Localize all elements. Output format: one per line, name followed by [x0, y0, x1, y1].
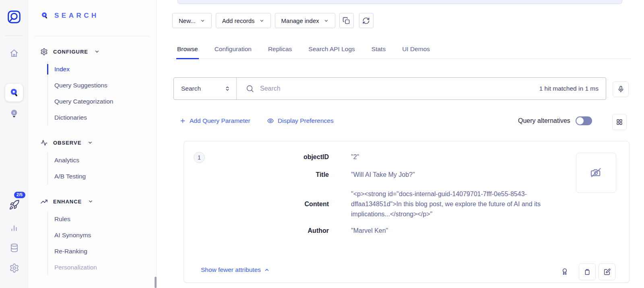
manage-index-label: Manage index [281, 17, 319, 24]
main-panel: New... Add records Manage index [157, 0, 644, 288]
section-configure-header[interactable]: CONFIGURE [40, 47, 156, 56]
section-label: CONFIGURE [53, 49, 88, 55]
show-fewer-attributes-link[interactable]: Show fewer attributes [201, 266, 270, 273]
section-configure: CONFIGURE Index Query Suggestions Query … [40, 47, 156, 126]
activity-icon [40, 139, 48, 147]
grid-icon [616, 118, 623, 126]
chevron-down-icon [324, 18, 329, 23]
rocket-progress-badge: 2/5 [14, 192, 25, 198]
data-sources-icon-button[interactable] [5, 239, 23, 257]
home-icon-button[interactable] [5, 44, 23, 62]
recommend-product-button[interactable] [5, 105, 23, 122]
field-label: objectID [184, 153, 329, 161]
edit-hit-button[interactable] [599, 263, 615, 280]
edit-icon [603, 268, 611, 276]
new-index-dropdown[interactable]: New... [172, 13, 212, 28]
query-alternatives-control: Query alternatives [518, 116, 592, 125]
field-value: "<p><strong id="docs-internal-guid-14079… [351, 189, 564, 219]
copy-index-button[interactable] [339, 13, 354, 28]
toggle-knob [576, 117, 584, 124]
sidebar-item-analytics[interactable]: Analytics [48, 152, 156, 168]
rocket-icon [9, 199, 20, 210]
algolia-logo-icon[interactable] [6, 9, 22, 25]
add-records-label: Add records [222, 17, 255, 24]
index-toolbar: New... Add records Manage index [172, 13, 374, 28]
delete-hit-button[interactable] [579, 263, 596, 280]
award-ribbon-icon [560, 267, 569, 276]
sidebar: SEARCH CONFIGURE Index Query Suggestions… [28, 0, 157, 288]
display-preferences-link[interactable]: Display Preferences [267, 117, 334, 124]
promote-hit-button[interactable] [558, 265, 571, 278]
add-records-dropdown[interactable]: Add records [216, 13, 271, 28]
microphone-icon [617, 85, 625, 93]
tab-ui-demos[interactable]: UI Demos [401, 42, 431, 58]
chevron-down-icon [87, 140, 93, 145]
database-icon [9, 243, 19, 253]
section-observe-header[interactable]: OBSERVE [40, 138, 156, 147]
field-value: "Will AI Take My Job?" [351, 170, 564, 180]
sidebar-item-ab-testing[interactable]: A/B Testing [48, 168, 156, 184]
product-title: SEARCH [54, 12, 99, 20]
field-label: Title [184, 171, 329, 178]
sidebar-item-rules[interactable]: Rules [48, 211, 156, 227]
gear-icon [40, 48, 48, 56]
manage-index-dropdown[interactable]: Manage index [275, 13, 335, 28]
trash-icon [583, 268, 591, 276]
section-observe: OBSERVE Analytics A/B Testing [40, 138, 156, 184]
section-label: OBSERVE [53, 140, 81, 146]
eye-icon [267, 117, 274, 124]
algolia-dashboard: 2/5 [0, 0, 644, 288]
new-index-label: New... [179, 17, 196, 24]
recommend-bulb-icon [9, 108, 19, 119]
field-label: Content [184, 201, 329, 208]
tab-browse[interactable]: Browse [176, 42, 199, 59]
trending-up-icon [40, 198, 48, 205]
query-alternatives-toggle[interactable] [576, 116, 592, 125]
sidebar-item-re-ranking[interactable]: Re-Ranking [48, 243, 156, 259]
search-input[interactable] [260, 85, 539, 92]
section-enhance-header[interactable]: ENHANCE [40, 197, 156, 206]
image-placeholder [576, 153, 616, 193]
index-tabs: Browse Configuration Replicas Search API… [172, 42, 631, 59]
chevron-up-icon [264, 267, 270, 273]
analytics-icon-button[interactable] [5, 219, 23, 237]
voice-search-button[interactable] [613, 81, 629, 97]
sidebar-item-ai-synonyms[interactable]: AI Synonyms [48, 227, 156, 243]
hit-field-objectid: objectID "2" [184, 152, 564, 162]
refresh-button[interactable] [359, 13, 374, 28]
show-fewer-label: Show fewer attributes [201, 266, 261, 273]
tab-stats[interactable]: Stats [371, 42, 386, 58]
sidebar-item-personalization[interactable]: Personalization [48, 259, 156, 276]
display-preferences-label: Display Preferences [278, 117, 334, 124]
tab-replicas[interactable]: Replicas [267, 42, 293, 58]
search-bar: Search 1 hit matched in 1 ms [173, 77, 606, 100]
observe-items: Analytics A/B Testing [47, 152, 156, 184]
tab-configuration[interactable]: Configuration [214, 42, 252, 58]
hit-field-title: Title "Will AI Take My Job?" [184, 170, 564, 180]
section-label: ENHANCE [53, 199, 82, 205]
search-icon [9, 87, 19, 98]
tab-search-api-logs[interactable]: Search API Logs [308, 42, 355, 58]
refresh-icon [362, 17, 370, 25]
sidebar-item-query-suggestions[interactable]: Query Suggestions [48, 77, 156, 93]
sidebar-item-index[interactable]: Index [48, 61, 156, 77]
layout-grid-button[interactable] [612, 114, 627, 130]
plus-icon [180, 118, 186, 124]
field-value: "2" [351, 152, 564, 162]
sidebar-item-query-categorization[interactable]: Query Categorization [48, 93, 156, 110]
camera-off-icon [589, 166, 603, 180]
search-mode-select[interactable]: Search [174, 78, 237, 99]
sidebar-item-dictionaries[interactable]: Dictionaries [48, 110, 156, 126]
gear-icon [9, 263, 19, 273]
search-mode-value: Search [181, 85, 201, 92]
search-product-button[interactable] [5, 84, 23, 102]
search-result-stats: 1 hit matched in 1 ms [539, 85, 599, 92]
home-icon [9, 48, 19, 58]
bar-chart-icon [9, 223, 19, 233]
onboarding-rocket-button[interactable]: 2/5 [5, 196, 23, 213]
add-query-parameter-link[interactable]: Add Query Parameter [180, 117, 250, 124]
scrollbar-thumb[interactable] [155, 277, 157, 288]
add-query-parameter-label: Add Query Parameter [190, 117, 250, 124]
field-value: "Marvel Ken" [351, 226, 564, 236]
settings-icon-button[interactable] [5, 259, 23, 277]
